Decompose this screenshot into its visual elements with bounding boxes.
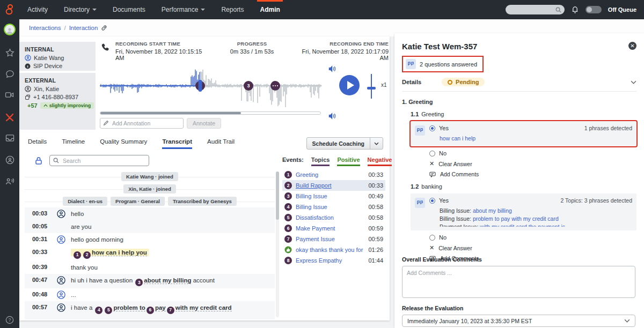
topic-marker[interactable]: 7 — [167, 307, 174, 314]
add-annotation-input[interactable] — [100, 118, 184, 129]
transcript-row[interactable]: 00:57i have a 45problem to6pay7with my c… — [25, 301, 275, 316]
events-filter-topics[interactable]: Topics — [311, 156, 330, 166]
radio-yes-selected[interactable] — [429, 198, 435, 204]
transcript-search-box[interactable] — [49, 155, 149, 166]
transcript-row[interactable]: 00:48... — [25, 288, 275, 301]
playback-progress-bar[interactable] — [100, 111, 321, 115]
event-item[interactable]: 6Make Payment00:59 — [282, 223, 385, 234]
events-filter-negative[interactable]: Negative — [368, 156, 392, 166]
sidebar-speaker-person-icon[interactable] — [0, 177, 19, 185]
transcript-row[interactable]: 01:10the payment is rejected — [25, 316, 275, 320]
radio-no[interactable] — [429, 235, 435, 241]
radio-no[interactable] — [429, 151, 435, 156]
global-search-input[interactable] — [506, 5, 565, 14]
sidebar-help-icon[interactable]: ? — [0, 316, 19, 324]
sidebar-star-icon[interactable] — [0, 48, 19, 57]
phrase-link[interactable]: problem to pay with my credit card — [473, 215, 559, 222]
breadcrumb-interactions-link[interactable]: Interactions — [29, 25, 61, 31]
topic-marker[interactable]: 2 — [83, 251, 91, 259]
scrollbar-thumb[interactable] — [276, 172, 279, 220]
copy-link-icon[interactable] — [101, 25, 107, 31]
event-item[interactable]: 7Payment Issue00:59 — [282, 234, 385, 244]
speaker-top-icon[interactable] — [328, 65, 336, 72]
annotate-button[interactable]: Annotate — [187, 118, 221, 129]
transcript-row[interactable]: 00:31hello good morning — [25, 233, 275, 246]
event-label[interactable]: Greeting — [296, 172, 364, 178]
event-label[interactable]: Billing Issue — [296, 193, 364, 199]
nav-item-directory[interactable]: Directory — [56, 0, 105, 19]
event-item[interactable]: 3Billing Issue00:49 — [282, 191, 385, 202]
event-label[interactable]: okay thanks thank you for s... — [296, 247, 364, 253]
answer-no-row[interactable]: No — [429, 150, 636, 156]
clear-answer-button[interactable]: ✕Clear Answer — [429, 160, 636, 167]
user-avatar[interactable] — [0, 24, 19, 35]
nav-item-admin[interactable]: Admin — [252, 0, 288, 19]
sidebar-inbox-icon[interactable] — [0, 134, 19, 142]
add-comments-button[interactable]: Add Comments — [429, 171, 636, 177]
avatar[interactable] — [4, 24, 16, 35]
transcript-row[interactable]: 00:3312how can i help you — [25, 246, 275, 261]
topic-marker[interactable]: 5 — [105, 307, 112, 314]
event-label[interactable]: Make Payment — [296, 225, 364, 232]
close-icon[interactable]: ✕ — [628, 42, 636, 50]
topic-marker[interactable]: 4 — [95, 307, 103, 314]
topic-marker[interactable]: 6 — [147, 307, 154, 314]
event-label[interactable]: Billing Issue — [296, 204, 364, 210]
nav-item-performance[interactable]: Performance — [153, 0, 214, 19]
event-item[interactable]: 8Express Empathy01:44 — [282, 255, 385, 266]
topic-marker[interactable]: 3 — [135, 279, 143, 286]
breadcrumb-interaction-link[interactable]: Interaction — [69, 25, 98, 31]
playback-speed-slider[interactable] — [365, 74, 378, 99]
tab-timeline[interactable]: Timeline — [62, 138, 85, 149]
event-item[interactable]: 1Greeting00:33 — [282, 169, 385, 180]
release-time-select[interactable]: Immediately January 10, 2023 at 3:35:30 … — [402, 315, 635, 327]
event-item[interactable]: 2Build Rapport00:33 — [282, 180, 385, 191]
overall-comments-textarea[interactable] — [402, 266, 635, 298]
chevron-down-icon[interactable] — [631, 80, 636, 84]
schedule-coaching-menu-button[interactable] — [370, 138, 383, 149]
answer-no-row[interactable]: No — [429, 234, 636, 241]
event-item[interactable]: 5Dissatisfaction00:58 — [282, 212, 385, 223]
speed-slider-handle[interactable] — [367, 87, 376, 90]
nav-item-activity[interactable]: Activity — [19, 0, 56, 19]
sidebar-video-icon[interactable] — [0, 91, 19, 99]
tab-transcript[interactable]: Transcript — [162, 138, 192, 149]
transcript-search-input[interactable] — [62, 157, 145, 165]
clear-answer-button[interactable]: ✕Clear Answer — [429, 244, 636, 251]
internal-name[interactable]: Katie Wang — [34, 55, 64, 61]
event-item[interactable]: okay thanks thank you for s...01:26 — [282, 244, 385, 255]
event-label[interactable]: Express Empathy — [296, 257, 364, 264]
topic-marker[interactable]: 1 — [74, 251, 81, 259]
event-item[interactable]: 4Billing Issue00:58 — [282, 202, 385, 212]
radio-yes-selected[interactable] — [429, 125, 435, 131]
nav-item-documents[interactable]: Documents — [105, 0, 153, 19]
transcript-row[interactable]: 00:05are you — [25, 220, 275, 233]
sidebar-agent-icon[interactable] — [0, 155, 19, 165]
lock-icon[interactable] — [34, 156, 43, 165]
phrase-link[interactable]: how can i help — [440, 135, 475, 141]
sidebar-interactions-icon[interactable] — [0, 113, 19, 122]
event-label[interactable]: Build Rapport — [296, 182, 364, 189]
transcript-row[interactable]: 00:03hello — [25, 207, 275, 220]
transcript-row[interactable]: 00:47hi uh i have a question 3about my b… — [25, 274, 275, 289]
phrase-link[interactable]: about my billing — [473, 207, 512, 214]
external-name[interactable]: Xin, Katie — [34, 86, 59, 92]
events-filter-positive[interactable]: Positive — [337, 156, 360, 166]
event-label[interactable]: Payment Issue — [296, 236, 364, 242]
play-button[interactable] — [339, 75, 360, 95]
off-queue-toggle[interactable] — [586, 6, 602, 13]
schedule-coaching-button[interactable]: Schedule Coaching — [306, 137, 383, 150]
tab-details[interactable]: Details — [28, 138, 47, 149]
speaker-bottom-icon[interactable] — [328, 113, 336, 120]
event-label[interactable]: Dissatisfaction — [296, 214, 364, 221]
sidebar-chat-icon[interactable] — [0, 70, 19, 78]
tab-quality-summary[interactable]: Quality Summary — [100, 138, 147, 149]
tab-audit-trail[interactable]: Audit Trail — [207, 138, 235, 149]
transcript-row[interactable]: 00:39thank you — [25, 261, 275, 274]
notifications-bell-icon[interactable] — [571, 5, 579, 14]
answer-yes-row[interactable]: Yes1 phrases detected — [429, 125, 632, 131]
phrase-link[interactable]: with my credit card the payment is — [480, 223, 565, 227]
evaluation-details-row[interactable]: Details Pending — [402, 78, 636, 92]
answer-yes-row[interactable]: Yes2 Topics: 3 phrases detected — [429, 197, 632, 204]
nav-item-reports[interactable]: Reports — [213, 0, 252, 19]
